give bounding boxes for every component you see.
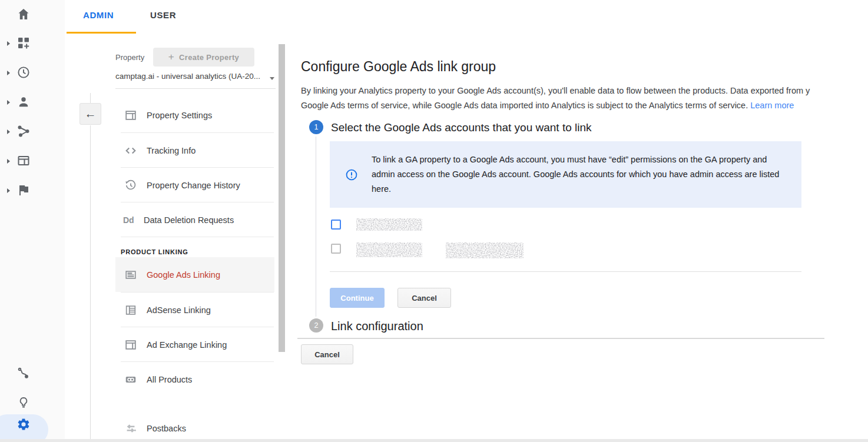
- plus-icon: +: [168, 51, 174, 63]
- google-ads-linking-icon: [124, 268, 137, 281]
- history-icon: [124, 179, 137, 192]
- expand-chevron-icon[interactable]: [7, 188, 10, 193]
- step-1-title: Select the Google Ads accounts that you …: [331, 121, 592, 134]
- menu-item-label: All Products: [147, 375, 192, 384]
- tab-admin[interactable]: ADMIN: [83, 10, 114, 20]
- menu-item-label: Ad Exchange Linking: [147, 340, 227, 350]
- permissions-notice-text: To link a GA property to a Google Ads ac…: [372, 152, 791, 197]
- menu-item-label: Postbacks: [147, 424, 186, 433]
- postbacks-icon: [124, 422, 137, 435]
- intro-paragraph: By linking your Analytics property to yo…: [301, 84, 868, 117]
- step-2-badge: 2: [309, 318, 323, 333]
- create-property-button[interactable]: + Create Property: [153, 48, 254, 67]
- step-1-badge: 1: [309, 120, 323, 134]
- expand-chevron-icon[interactable]: [7, 41, 10, 46]
- conversions-flag-icon[interactable]: [16, 183, 31, 197]
- learn-more-link[interactable]: Learn more: [750, 101, 794, 110]
- info-icon: [345, 168, 358, 181]
- menu-item-label: AdSense Linking: [147, 305, 211, 315]
- continue-button[interactable]: Continue: [330, 288, 385, 308]
- admin-gear-icon[interactable]: [16, 417, 31, 431]
- expand-chevron-icon[interactable]: [7, 129, 10, 134]
- panel-scrollbar-thumb[interactable]: [279, 44, 285, 352]
- menu-item-label: Tracking Info: [147, 146, 196, 155]
- customization-icon[interactable]: [16, 36, 31, 50]
- expand-chevron-icon[interactable]: [7, 71, 10, 75]
- tab-user[interactable]: USER: [150, 10, 176, 20]
- home-icon[interactable]: [16, 7, 31, 21]
- menu-item-label: Data Deletion Requests: [144, 215, 234, 225]
- intro-line-2: Google Ads terms of service, while Googl…: [301, 98, 868, 113]
- back-button[interactable]: ←: [79, 103, 101, 125]
- nav-rail: [0, 0, 65, 442]
- divider: [121, 237, 274, 237]
- tracking-info-icon: [124, 144, 137, 157]
- property-settings-icon: [124, 109, 137, 122]
- property-column-label: Property: [115, 53, 144, 62]
- product-linking-section-header: PRODUCT LINKING: [121, 248, 188, 255]
- step-connector-line: [316, 137, 316, 317]
- create-property-label: Create Property: [179, 53, 239, 62]
- all-products-link-icon: [124, 373, 137, 386]
- menu-item-adsense-linking[interactable]: AdSense Linking: [115, 293, 274, 327]
- menu-item-label: Property Change History: [147, 181, 240, 190]
- menu-item-postbacks[interactable]: Postbacks: [115, 411, 274, 442]
- adsense-linking-icon: [124, 304, 137, 317]
- menu-item-label: Property Settings: [147, 111, 212, 120]
- menu-item-data-deletion-requests[interactable]: Dd Data Deletion Requests: [115, 202, 274, 237]
- account-checkbox[interactable]: [331, 244, 341, 254]
- audience-person-icon[interactable]: [16, 95, 31, 109]
- menu-item-ad-exchange-linking[interactable]: Ad Exchange Linking: [115, 327, 274, 362]
- menu-item-tracking-info[interactable]: Tracking Info: [115, 133, 274, 168]
- divider: [297, 338, 824, 339]
- divider: [90, 125, 91, 442]
- divider: [330, 271, 801, 272]
- admin-panel: ADMIN USER Property + Create Property ca…: [65, 0, 286, 442]
- account-checkbox[interactable]: [331, 220, 341, 230]
- step-2-title: Link configuration: [331, 320, 423, 333]
- redacted-account-id: [446, 242, 524, 258]
- behavior-icon[interactable]: [16, 154, 31, 168]
- expand-chevron-icon[interactable]: [7, 100, 10, 105]
- data-deletion-icon: Dd: [123, 215, 137, 225]
- property-selector-dropdown[interactable]: camptag.ai - universal analytics (UA-20.…: [115, 72, 276, 89]
- divider: [90, 93, 91, 103]
- horizontal-scrollbar[interactable]: [0, 439, 868, 442]
- footer-cancel-button[interactable]: Cancel: [301, 344, 353, 364]
- realtime-clock-icon[interactable]: [16, 65, 31, 79]
- expand-chevron-icon[interactable]: [7, 159, 10, 164]
- intro-line-2-text: Google Ads terms of service, while Googl…: [301, 101, 748, 110]
- menu-item-label: Google Ads Linking: [147, 270, 220, 280]
- menu-item-property-settings[interactable]: Property Settings: [115, 98, 274, 132]
- acquisition-icon[interactable]: [16, 124, 31, 138]
- main-content: Configure Google Ads link group By linki…: [301, 0, 868, 442]
- active-tab-underline: [67, 32, 136, 34]
- panel-scrollbar: [278, 0, 286, 442]
- permissions-notice: To link a GA property to a Google Ads ac…: [330, 141, 801, 208]
- page-title: Configure Google Ads link group: [301, 59, 496, 75]
- redacted-account-name: [356, 218, 422, 231]
- intro-line-1: By linking your Analytics property to yo…: [301, 84, 868, 98]
- menu-item-property-change-history[interactable]: Property Change History: [115, 168, 274, 202]
- cancel-button[interactable]: Cancel: [397, 288, 451, 308]
- menu-item-all-products[interactable]: All Products: [115, 362, 274, 397]
- redacted-account-name: [356, 242, 422, 257]
- discover-lightbulb-icon[interactable]: [16, 396, 31, 410]
- attribution-icon[interactable]: [16, 366, 31, 380]
- menu-item-google-ads-linking[interactable]: Google Ads Linking: [115, 257, 274, 292]
- chevron-down-icon[interactable]: [270, 77, 274, 80]
- ad-exchange-linking-icon: [124, 338, 137, 351]
